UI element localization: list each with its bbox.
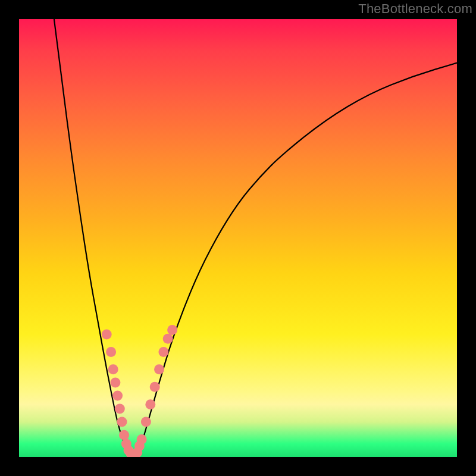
data-marker [137, 434, 147, 444]
data-marker [106, 347, 116, 357]
bottleneck-curve [54, 19, 457, 456]
data-marker [163, 334, 173, 344]
data-marker [102, 329, 112, 339]
data-marker [167, 325, 177, 335]
watermark-text: TheBottleneck.com [358, 1, 472, 17]
data-marker [150, 382, 160, 392]
marker-group [102, 325, 177, 457]
data-marker [108, 364, 118, 374]
data-marker [112, 391, 123, 401]
data-marker [158, 347, 168, 357]
data-marker [119, 430, 129, 440]
data-marker [115, 404, 125, 414]
chart-frame: TheBottleneck.com [0, 0, 476, 476]
data-marker [145, 399, 155, 409]
data-marker [110, 377, 120, 387]
curve-layer [19, 19, 457, 457]
data-marker [154, 364, 164, 374]
data-marker [117, 417, 127, 427]
data-marker [141, 417, 151, 427]
